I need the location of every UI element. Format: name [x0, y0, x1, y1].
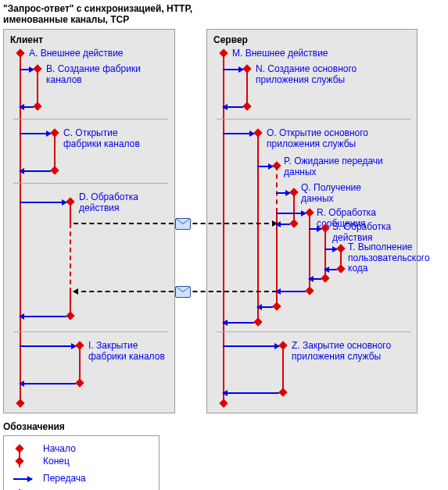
- server-panel: Сервер M. Внешнее действие N. Создание о…: [206, 29, 418, 413]
- label-C: C. Открытие фабрики каналов: [63, 128, 157, 150]
- arrow: [223, 345, 279, 347]
- arrow: [20, 133, 51, 134]
- bar-O: [257, 133, 259, 322]
- arrow: [20, 202, 66, 203]
- diagram-title: "Запрос-ответ" с синхронизацией, HTTP, и…: [3, 3, 445, 26]
- bar-C: [54, 133, 56, 170]
- diamond: [253, 128, 262, 137]
- diamond: [336, 264, 345, 273]
- client-panel: Клиент A. Внешнее действие B. Создание ф…: [3, 29, 175, 413]
- diamond: [75, 378, 84, 387]
- divider: [13, 119, 168, 120]
- arrow: [309, 278, 321, 280]
- label-N: N. Создание основного приложения службы: [256, 64, 373, 86]
- arrow: [276, 291, 306, 292]
- diamond: [278, 341, 287, 349]
- diamond: [336, 244, 345, 252]
- diamond: [289, 188, 298, 196]
- legend-end-label: Конец: [43, 456, 70, 467]
- arrow: [324, 249, 337, 250]
- arrow: [223, 392, 279, 394]
- diamond: [242, 102, 251, 110]
- arrow: [223, 106, 243, 108]
- arrow: [20, 345, 76, 347]
- label-B: B. Создание фабрики каналов: [46, 64, 156, 86]
- label-S: S. Обработка действия: [332, 222, 410, 244]
- diamond: [289, 219, 298, 227]
- server-lane: M. Внешнее действие N. Создание основног…: [217, 48, 410, 408]
- label-T: T. Выполнение пользовательского кода: [348, 242, 418, 274]
- legend-box: Начало Конец Передача Приостановка Возоб…: [3, 435, 159, 490]
- diamond: [66, 311, 74, 320]
- bar-P-susp: [276, 166, 278, 213]
- legend-transfer-label: Передача: [43, 473, 86, 484]
- arrow: [20, 69, 34, 70]
- message-response: [73, 291, 277, 292]
- diamond: [219, 48, 228, 57]
- diamond: [66, 197, 74, 206]
- arrow: [309, 228, 321, 230]
- arrow: [20, 106, 34, 108]
- diamond: [278, 388, 287, 396]
- divider: [217, 331, 410, 332]
- diamond: [305, 286, 314, 295]
- diamond: [50, 166, 59, 174]
- client-header: Клиент: [10, 34, 168, 45]
- diamond: [305, 208, 314, 216]
- bar-N: [246, 69, 248, 106]
- diamond: [242, 64, 251, 73]
- label-A: A. Внешнее действие: [29, 48, 124, 59]
- label-O: O. Открытие основного приложения службы: [267, 128, 400, 150]
- arrow: [20, 316, 66, 317]
- divider: [13, 183, 168, 184]
- label-P: P. Ожидание передачи данных: [284, 156, 401, 178]
- bar-B: [37, 69, 38, 106]
- arrow: [223, 322, 254, 324]
- bar-I: [79, 345, 81, 383]
- diamond: [321, 274, 329, 282]
- arrow: [324, 269, 337, 270]
- label-Z: Z. Закрытие основного приложения службы: [292, 341, 393, 363]
- bar-D-suspend: [70, 224, 71, 292]
- legend-header: Обозначения: [3, 421, 445, 432]
- arrow: [223, 69, 243, 70]
- label-Q: Q. Получение данных: [301, 183, 387, 205]
- envelope-icon: [175, 286, 191, 298]
- server-header: Сервер: [213, 34, 410, 45]
- arrow: [223, 133, 254, 134]
- arrow: [276, 213, 306, 214]
- divider: [217, 119, 410, 120]
- arrow: [257, 306, 273, 308]
- message-request: [73, 223, 277, 224]
- label-M: M. Внешнее действие: [232, 48, 328, 59]
- divider: [13, 331, 168, 332]
- legend-start-label: Начало: [43, 443, 76, 454]
- client-lane: A. Внешнее действие B. Создание фабрики …: [13, 48, 168, 408]
- diamond: [253, 317, 262, 326]
- arrow: [276, 192, 290, 194]
- label-I: I. Закрытие фабрики каналов: [88, 341, 167, 363]
- legend-transfer: Передача: [12, 472, 151, 485]
- diamond: [272, 161, 281, 170]
- arrow: [20, 170, 51, 172]
- legend-end: Конец: [12, 455, 151, 467]
- diamond: [219, 399, 228, 407]
- diamond: [33, 102, 41, 110]
- bar-Z: [282, 345, 284, 392]
- arrow: [20, 383, 76, 384]
- diamond: [16, 399, 24, 407]
- diamond: [50, 128, 59, 137]
- diamond: [272, 302, 281, 310]
- arrow: [276, 224, 290, 225]
- legend-start: Начало: [12, 442, 151, 455]
- diamond: [16, 48, 24, 57]
- diamond: [75, 341, 84, 349]
- envelope-icon: [175, 218, 191, 230]
- diamond: [33, 64, 41, 73]
- arrow: [257, 166, 273, 167]
- label-D: D. Обработка действия: [79, 192, 165, 214]
